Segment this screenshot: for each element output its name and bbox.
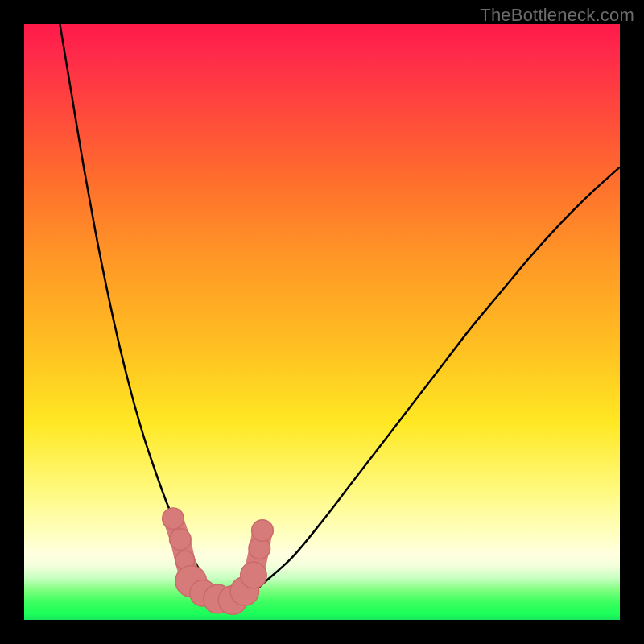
bottleneck-curve xyxy=(60,24,620,602)
trough-marker xyxy=(170,529,192,551)
trough-markers xyxy=(163,508,274,614)
watermark-text: TheBottleneck.com xyxy=(480,5,634,26)
trough-marker xyxy=(241,562,267,588)
trough-marker xyxy=(163,508,184,530)
trough-marker xyxy=(252,520,274,542)
chart-frame: TheBottleneck.com xyxy=(0,0,644,644)
plot-area xyxy=(24,24,620,620)
curve-layer xyxy=(24,24,620,620)
